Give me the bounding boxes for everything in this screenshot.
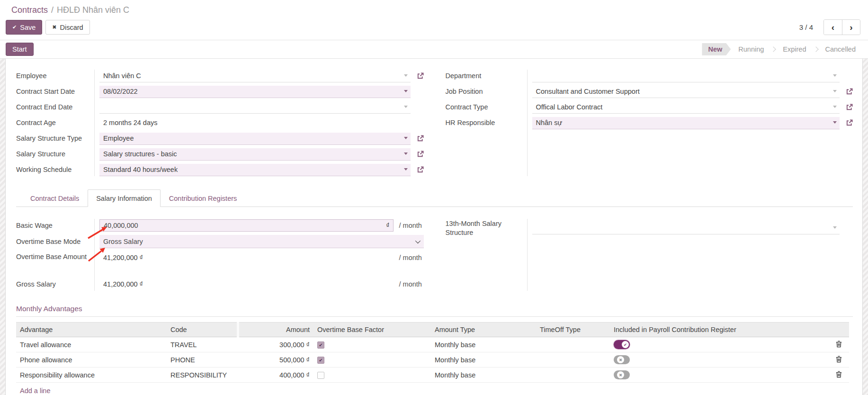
- overtime-base-amount-suffix: / month: [394, 254, 424, 261]
- contract-start-date-label: Contract Start Date: [16, 85, 94, 98]
- toggle-x-icon: ✖: [617, 371, 624, 378]
- timeoff-type-cell[interactable]: [536, 368, 610, 383]
- pager-next-button[interactable]: ›: [842, 20, 860, 35]
- save-button[interactable]: ✔Save: [6, 20, 42, 35]
- advantage-cell[interactable]: Phone allowance: [16, 352, 167, 368]
- advantage-cell[interactable]: Travel allowance: [16, 337, 167, 352]
- step-separator-icon: [771, 46, 776, 52]
- dropdown-caret-icon[interactable]: [404, 168, 408, 171]
- contract-start-date-field[interactable]: 08/02/2022: [99, 86, 411, 98]
- column-header-amount[interactable]: Amount: [238, 323, 313, 337]
- amount-cell[interactable]: 500,000 ₫: [238, 352, 313, 368]
- dropdown-caret-icon[interactable]: [833, 226, 837, 229]
- dropdown-caret-icon[interactable]: [833, 106, 837, 108]
- timeoff-type-cell[interactable]: [536, 337, 610, 352]
- hr-responsible-field[interactable]: Nhân sự: [532, 117, 840, 129]
- included-toggle-on[interactable]: ✔: [614, 340, 630, 349]
- status-step-new[interactable]: New: [702, 43, 731, 55]
- notebook-tabs: Contract Details Salary Information Cont…: [16, 189, 853, 207]
- code-cell[interactable]: PHONE: [167, 352, 238, 368]
- dropdown-caret-icon[interactable]: [404, 106, 408, 108]
- salary-structure-label: Salary Structure: [16, 148, 94, 161]
- overtime-base-factor-checkbox[interactable]: ✔: [317, 357, 324, 364]
- column-header-overtime-base-factor[interactable]: Overtime Base Factor: [313, 323, 431, 337]
- external-link-icon[interactable]: [843, 88, 853, 95]
- status-steps: New Running Expired Cancelled: [702, 43, 859, 55]
- form-right-column: Department Job Position Consultant and C…: [446, 68, 853, 178]
- amount-cell[interactable]: 300,000 ₫: [238, 337, 313, 352]
- status-step-expired[interactable]: Expired: [780, 43, 809, 55]
- dropdown-caret-icon[interactable]: [833, 90, 837, 92]
- status-step-running[interactable]: Running: [735, 43, 767, 55]
- salary-structure-field[interactable]: Salary structures - basic: [99, 148, 411, 161]
- overtime-base-factor-checkbox[interactable]: ✔: [317, 341, 324, 349]
- contract-end-date-label: Contract End Date: [16, 101, 94, 114]
- external-link-icon[interactable]: [843, 104, 853, 111]
- start-button[interactable]: Start: [6, 43, 34, 56]
- dropdown-caret-icon[interactable]: [833, 121, 837, 124]
- add-a-line-link[interactable]: Add a line: [16, 383, 54, 395]
- amount-cell[interactable]: 400,000 ₫: [238, 368, 313, 383]
- delete-row-button[interactable]: [835, 371, 843, 379]
- external-link-icon[interactable]: [414, 151, 424, 158]
- dropdown-caret-icon[interactable]: [404, 153, 408, 155]
- delete-row-button[interactable]: [835, 341, 843, 349]
- working-schedule-field[interactable]: Standard 40 hours/week: [99, 164, 411, 176]
- contract-type-field[interactable]: Offical Labor Contract: [532, 101, 840, 114]
- pager-count: 3 / 4: [799, 23, 813, 31]
- employee-field[interactable]: Nhân viên C: [99, 70, 411, 82]
- advantage-cell[interactable]: Responsibility allowance: [16, 368, 167, 383]
- table-row[interactable]: Phone allowance PHONE 500,000 ₫ ✔ Monthl…: [16, 352, 849, 368]
- dropdown-caret-icon[interactable]: [404, 137, 408, 139]
- toggle-check-icon: ✔: [622, 341, 629, 348]
- amount-type-cell[interactable]: Monthly base: [431, 337, 536, 352]
- column-header-advantage[interactable]: Advantage: [16, 323, 167, 337]
- contract-end-date-field[interactable]: [99, 101, 411, 114]
- column-header-included[interactable]: Included in Payroll Contribution Registe…: [610, 323, 831, 337]
- department-field[interactable]: [532, 70, 840, 82]
- breadcrumb-contracts-link[interactable]: Contracts: [11, 5, 48, 15]
- timeoff-type-cell[interactable]: [536, 352, 610, 368]
- salary-information-pane: Basic Wage 40,000,000₫ / month Overtime …: [16, 207, 853, 395]
- employee-label: Employee: [16, 70, 94, 82]
- table-row[interactable]: Travel allowance TRAVEL 300,000 ₫ ✔ Mont…: [16, 337, 849, 352]
- dropdown-caret-icon[interactable]: [404, 90, 408, 92]
- tab-contribution-registers[interactable]: Contribution Registers: [161, 189, 245, 207]
- discard-button[interactable]: ✖Discard: [45, 20, 89, 35]
- contract-form-screen: Contracts/HĐLĐ Nhân viên C ✔Save ✖Discar…: [0, 0, 868, 395]
- basic-wage-input[interactable]: 40,000,000₫: [99, 219, 394, 232]
- overtime-base-factor-checkbox[interactable]: [317, 372, 324, 379]
- status-step-cancelled[interactable]: Cancelled: [823, 43, 859, 55]
- contract-type-label: Contract Type: [446, 101, 527, 114]
- job-position-label: Job Position: [446, 85, 527, 98]
- delete-row-button[interactable]: [835, 356, 843, 364]
- code-cell[interactable]: TRAVEL: [167, 337, 238, 352]
- thirteenth-month-field[interactable]: [532, 222, 840, 234]
- column-header-amount-type[interactable]: Amount Type: [431, 323, 536, 337]
- job-position-field[interactable]: Consultant and Customer Support: [532, 86, 840, 98]
- included-toggle-off[interactable]: ✖: [614, 355, 630, 364]
- overtime-base-amount-label: Overtime Base Amount: [16, 250, 94, 263]
- overtime-base-mode-select[interactable]: Gross Salary: [99, 235, 424, 248]
- table-row[interactable]: Responsibility allowance RESPONSIBILITY …: [16, 368, 849, 383]
- included-toggle-off[interactable]: ✖: [614, 370, 630, 379]
- tab-contract-details[interactable]: Contract Details: [22, 189, 88, 207]
- monthly-advantages-title[interactable]: Monthly Advantages: [16, 305, 82, 313]
- tab-salary-information[interactable]: Salary Information: [88, 189, 161, 207]
- pager-previous-button[interactable]: ‹: [824, 20, 842, 35]
- trash-icon: [836, 341, 842, 348]
- salary-structure-type-field[interactable]: Employee: [99, 133, 411, 145]
- external-link-icon[interactable]: [414, 135, 424, 142]
- column-header-code[interactable]: Code: [167, 323, 238, 337]
- amount-type-cell[interactable]: Monthly base: [431, 368, 536, 383]
- external-link-icon[interactable]: [414, 166, 424, 173]
- code-cell[interactable]: RESPONSIBILITY: [167, 368, 238, 383]
- gross-salary-suffix: / month: [394, 280, 424, 288]
- dropdown-caret-icon[interactable]: [833, 74, 837, 77]
- external-link-icon[interactable]: [843, 119, 853, 126]
- amount-type-cell[interactable]: Monthly base: [431, 352, 536, 368]
- dropdown-caret-icon[interactable]: [404, 74, 408, 77]
- column-header-timeoff-type[interactable]: TimeOff Type: [536, 323, 610, 337]
- external-link-icon[interactable]: [414, 72, 424, 80]
- chevron-left-icon: ‹: [832, 22, 834, 32]
